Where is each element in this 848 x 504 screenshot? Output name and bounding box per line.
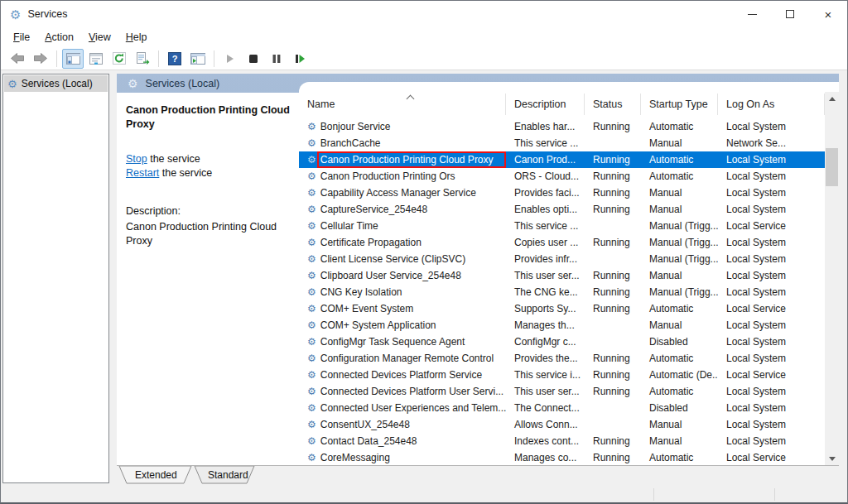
client-area: ⚙ Services (Local) ⚙ Services (Local) Ca… bbox=[1, 70, 847, 503]
menu-help[interactable]: Help bbox=[118, 29, 155, 46]
service-description-cell: The CNG ke... bbox=[506, 284, 585, 300]
column-header-description-label: Description bbox=[514, 98, 566, 110]
refresh-button[interactable] bbox=[108, 49, 130, 69]
properties-button[interactable] bbox=[85, 49, 107, 69]
scroll-up-icon bbox=[829, 97, 836, 101]
service-name-cell: ⚙Certificate Propagation bbox=[299, 234, 506, 251]
table-row[interactable]: ⚙COM+ Event SystemSupports Sy...RunningA… bbox=[299, 300, 825, 317]
table-row[interactable]: ⚙Connected User Experiences and Telem...… bbox=[299, 400, 825, 416]
play-icon bbox=[225, 54, 235, 64]
service-status-cell: Running bbox=[585, 118, 641, 135]
service-name-text: ConsentUX_254e48 bbox=[320, 419, 410, 430]
table-row[interactable]: ⚙ConsentUX_254e48Allows Conn...ManualLoc… bbox=[299, 416, 825, 433]
table-row[interactable]: ⚙Certificate PropagationCopies user ...R… bbox=[299, 234, 825, 251]
service-status-cell bbox=[585, 334, 641, 350]
maximize-button[interactable] bbox=[771, 1, 809, 27]
service-startup-type-cell: Automatic bbox=[641, 383, 718, 400]
service-status-cell bbox=[585, 400, 641, 416]
show-console-tree-button[interactable] bbox=[62, 49, 84, 69]
service-description-cell: Copies user ... bbox=[506, 234, 585, 251]
scroll-down-icon bbox=[829, 457, 836, 461]
table-row[interactable]: ⚙CaptureService_254e48Enables opti...Run… bbox=[299, 201, 825, 218]
forward-button[interactable] bbox=[30, 49, 51, 69]
stop-service-line-text: the service bbox=[147, 153, 200, 165]
service-startup-type-cell: Manual bbox=[641, 317, 718, 334]
table-row[interactable]: ⚙Connected Devices Platform ServiceThis … bbox=[299, 367, 825, 383]
column-header-description[interactable]: Description bbox=[506, 94, 585, 115]
table-row[interactable]: ⚙COM+ System ApplicationManages th...Man… bbox=[299, 317, 825, 334]
pause-icon bbox=[272, 54, 282, 64]
table-row[interactable]: ⚙Canon Production Printing Cloud ProxyCa… bbox=[299, 151, 825, 168]
table-row[interactable]: ⚙BranchCacheThis service ...ManualNetwor… bbox=[299, 135, 825, 151]
menu-file[interactable]: File bbox=[6, 29, 37, 46]
scrollbar-thumb[interactable] bbox=[826, 148, 838, 186]
show-action-pane-button[interactable] bbox=[187, 49, 209, 69]
restart-service-link[interactable]: Restart bbox=[126, 167, 159, 179]
pause-service-button[interactable] bbox=[266, 49, 287, 69]
menu-action[interactable]: Action bbox=[37, 29, 81, 46]
pane-header-label: Services (Local) bbox=[146, 78, 220, 89]
table-row[interactable]: ⚙Cellular TimeThis service ...Manual (Tr… bbox=[299, 218, 825, 234]
menu-view[interactable]: View bbox=[81, 29, 118, 46]
table-row[interactable]: ⚙Connected Devices Platform User Servi..… bbox=[299, 383, 825, 400]
service-action-links: Stop the service Restart the service bbox=[126, 152, 289, 181]
column-header-name[interactable]: Name bbox=[299, 94, 506, 115]
service-name-cell: ⚙Contact Data_254e48 bbox=[299, 433, 506, 449]
stop-service-link[interactable]: Stop bbox=[126, 153, 147, 165]
svg-text:?: ? bbox=[172, 54, 178, 64]
scroll-down-button[interactable] bbox=[825, 452, 839, 465]
title-bar: ⚙ Services × bbox=[1, 1, 847, 27]
table-row[interactable]: ⚙Configuration Manager Remote ControlPro… bbox=[299, 350, 825, 367]
export-list-button[interactable] bbox=[132, 49, 153, 69]
services-app-icon: ⚙ bbox=[10, 8, 21, 21]
service-name-text: Cellular Time bbox=[320, 220, 378, 232]
close-button[interactable]: × bbox=[809, 1, 847, 27]
service-startup-type-cell: Manual (Trigg... bbox=[641, 251, 718, 267]
table-row[interactable]: ⚙Capability Access Manager ServiceProvid… bbox=[299, 185, 825, 201]
service-status-cell: Running bbox=[585, 367, 641, 383]
table-row[interactable]: ⚙Contact Data_254e48Indexes cont...Runni… bbox=[299, 433, 825, 449]
stop-service-button[interactable] bbox=[243, 49, 264, 69]
service-gear-icon: ⚙ bbox=[307, 221, 316, 231]
back-button[interactable] bbox=[7, 49, 28, 69]
start-service-button[interactable] bbox=[219, 49, 241, 69]
service-name-cell: ⚙CoreMessaging bbox=[299, 449, 506, 465]
service-description-cell: This service i... bbox=[506, 367, 585, 383]
table-row[interactable]: ⚙ConfigMgr Task Sequence AgentConfigMgr … bbox=[299, 334, 825, 350]
help-button[interactable]: ? bbox=[164, 49, 186, 69]
column-header-startup-type[interactable]: Startup Type bbox=[641, 94, 718, 115]
toolbar: ? bbox=[1, 47, 847, 70]
tab-extended-label[interactable]: Extended bbox=[135, 469, 177, 481]
service-log-on-as-cell: Local Service bbox=[718, 300, 825, 317]
scroll-up-button[interactable] bbox=[825, 92, 839, 105]
table-row[interactable]: ⚙Clipboard User Service_254e48This user … bbox=[299, 267, 825, 284]
service-name-text: Client License Service (ClipSVC) bbox=[320, 253, 465, 265]
table-row[interactable]: ⚙Canon Production Printing OrsORS - Clou… bbox=[299, 168, 825, 185]
service-startup-type-cell: Automatic bbox=[641, 151, 718, 168]
service-name-text: Connected Devices Platform User Servi... bbox=[320, 386, 504, 397]
tree-item-services-local[interactable]: ⚙ Services (Local) bbox=[4, 75, 108, 92]
table-row[interactable]: ⚙Client License Service (ClipSVC)Provide… bbox=[299, 251, 825, 267]
service-status-cell: Running bbox=[585, 201, 641, 218]
service-description-cell: Manages co... bbox=[506, 449, 585, 465]
service-name-cell: ⚙Clipboard User Service_254e48 bbox=[299, 267, 506, 284]
service-name-cell: ⚙Bonjour Service bbox=[299, 118, 506, 135]
service-name-text: Connected Devices Platform Service bbox=[320, 369, 482, 381]
stop-icon bbox=[248, 54, 258, 64]
column-header-log-on-as[interactable]: Log On As bbox=[718, 94, 825, 115]
service-description-cell: This user ser... bbox=[506, 267, 585, 284]
service-name-text: Canon Production Printing Ors bbox=[320, 170, 455, 182]
column-header-status[interactable]: Status bbox=[585, 94, 641, 115]
service-description-cell: Indexes cont... bbox=[506, 433, 585, 449]
table-row[interactable]: ⚙Bonjour ServiceEnables har...RunningAut… bbox=[299, 118, 825, 135]
tab-standard-label[interactable]: Standard bbox=[208, 469, 248, 481]
restart-service-button[interactable] bbox=[289, 49, 311, 69]
service-status-cell: Running bbox=[585, 168, 641, 185]
vertical-scrollbar[interactable] bbox=[825, 92, 839, 465]
minimize-button[interactable] bbox=[733, 1, 771, 27]
service-name-text: ConfigMgr Task Sequence Agent bbox=[320, 336, 465, 348]
service-name-text: Certificate Propagation bbox=[320, 237, 422, 248]
service-gear-icon: ⚙ bbox=[307, 271, 316, 281]
table-row[interactable]: ⚙CoreMessagingManages co...RunningAutoma… bbox=[299, 449, 825, 465]
table-row[interactable]: ⚙CNG Key IsolationThe CNG ke...RunningMa… bbox=[299, 284, 825, 300]
